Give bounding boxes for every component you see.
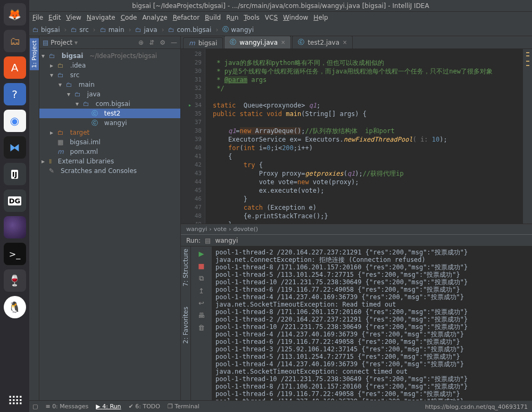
project-icon: ▤ <box>43 39 48 46</box>
tree-scr[interactable]: ✎ Scratches and Consoles <box>39 166 180 176</box>
bottom-tab-terminal[interactable]: ❐ Terminal <box>168 403 200 410</box>
crumb-bigsai[interactable]: 🗀bigsai <box>32 26 60 34</box>
launcher-software[interactable]: A <box>4 56 26 79</box>
launcher-help[interactable]: ? <box>4 83 26 105</box>
tree-ext[interactable]: ⫴ External Libraries <box>39 156 180 166</box>
tree-src[interactable]: 🗀 src <box>39 70 180 80</box>
run-toolbar: ▶ ■ ⧉ ↥ ↩ 🖶 🗑 <box>191 246 212 400</box>
tree-iml[interactable]: ▦ bigsai.iml <box>39 137 180 147</box>
menu-view[interactable]: View <box>66 14 81 21</box>
run-panel: Run: ▤ wangyi 7: Structure 2: Favorites … <box>181 234 532 400</box>
tab-bigsai[interactable]: mbigsai <box>183 37 223 48</box>
menu-help[interactable]: Help <box>313 14 328 21</box>
launcher-chrome[interactable]: ◉ <box>4 110 26 132</box>
clear-icon[interactable]: 🗑 <box>198 324 205 332</box>
launcher-eclipse[interactable] <box>4 216 26 238</box>
tree-pom[interactable]: m pom.xml <box>39 147 180 156</box>
layout-icon[interactable]: ⧉ <box>199 274 204 283</box>
collapse-all-icon[interactable]: ⇵ <box>149 39 154 46</box>
folder-icon: 🗀 <box>71 26 77 34</box>
launcher-apps-grid[interactable]: ⠿⠿ <box>4 390 26 412</box>
crumb-method[interactable]: dovote() <box>233 226 258 233</box>
window-title: bigsai [~/IdeaProjects/bigsai] - .../src… <box>29 0 532 12</box>
tab-structure[interactable]: 7: Structure <box>182 246 189 289</box>
launcher-datagrip[interactable]: DG <box>4 189 26 212</box>
launcher-intellij[interactable]: IJ <box>4 163 26 185</box>
launcher-firefox[interactable]: 🦊 <box>4 3 26 26</box>
code-content[interactable]: * java的多线程和python略有不同，但也可以改成相似的 * py是5个线… <box>205 49 522 224</box>
status-square-icon[interactable]: ▢ <box>32 403 38 410</box>
menu-tools[interactable]: Tools <box>244 14 260 21</box>
editor-marker-strip[interactable] <box>522 49 532 224</box>
console-output[interactable]: pool-1-thread-2 /220.164.227.237:21291 {… <box>212 246 532 400</box>
tree-main[interactable]: 🗀 main <box>39 80 180 89</box>
close-icon[interactable]: × <box>281 39 285 45</box>
menu-run[interactable]: Run <box>226 14 238 21</box>
crumb-file[interactable]: ⓒwangyi <box>222 25 254 34</box>
bottom-tab-todo[interactable]: ✔ 6: TODO <box>129 403 160 410</box>
menu-refactor[interactable]: Refactor <box>173 14 200 21</box>
gutter[interactable]: 282930313233▸343537383940414243444546474… <box>181 49 205 224</box>
class-icon: ⓒ <box>298 38 304 47</box>
launcher-qq[interactable]: 🐧 <box>4 296 26 318</box>
crumb-inner[interactable]: vote <box>214 226 227 233</box>
maven-icon: m <box>189 39 195 47</box>
crumb-src[interactable]: 🗀src <box>71 26 89 34</box>
settings-icon[interactable]: ⚙ <box>160 39 165 46</box>
menu-vcs[interactable]: VCS <box>265 14 278 21</box>
tree-pkg[interactable]: 🗀 com.bigsai <box>39 99 180 109</box>
tree-wangyi[interactable]: ⓒ wangyi <box>39 118 180 128</box>
stop-icon[interactable]: ■ <box>198 262 204 270</box>
tree-idea[interactable]: 🗀 .idea <box>39 61 180 70</box>
class-icon: ⓒ <box>230 38 236 47</box>
close-icon[interactable]: × <box>343 39 347 45</box>
rerun-icon[interactable]: ▶ <box>199 250 204 258</box>
class-icon: ⓒ <box>222 25 229 34</box>
folder-icon: 🗀 <box>135 26 142 34</box>
menu-code[interactable]: Code <box>121 14 137 21</box>
crumb-class[interactable]: wangyi <box>186 226 207 233</box>
tab-wangyi[interactable]: ⓒwangyi.java× <box>224 36 291 48</box>
menu-bar: File Edit View Navigate Code Analyze Ref… <box>29 12 532 23</box>
launcher-terminal[interactable]: >_ <box>4 243 26 265</box>
crumb-main[interactable]: 🗀main <box>100 26 124 34</box>
editor-tabs: mbigsai ⓒwangyi.java× ⓒtest2.java× <box>181 36 532 49</box>
watermark: https://blog.csdn.net/qq_40693171 <box>425 403 528 410</box>
left-tool-strip: 1: Project <box>29 36 39 400</box>
tree-test2[interactable]: ⓒ test2 <box>39 109 180 118</box>
tab-project[interactable]: 1: Project <box>30 38 39 70</box>
bottom-tab-run[interactable]: ▶ 4: Run <box>96 403 121 410</box>
menu-build[interactable]: Build <box>205 14 221 21</box>
tab-favorites[interactable]: 2: Favorites <box>182 304 189 346</box>
project-header: ▤ Project ▾ ⊕ ⇵ ⚙ — <box>39 36 180 49</box>
run-config-name[interactable]: wangyi <box>215 237 238 244</box>
launcher-vscode[interactable]: ⧓ <box>4 136 26 159</box>
launcher-files[interactable]: 🗂 <box>4 30 26 52</box>
soft-wrap-icon[interactable]: ↩ <box>198 299 204 307</box>
run-header: Run: ▤ wangyi <box>181 235 532 246</box>
crumb-pkg[interactable]: 🗀com.bigsai <box>168 26 211 34</box>
menu-window[interactable]: Window <box>283 14 308 21</box>
hide-panel-icon[interactable]: — <box>171 39 177 46</box>
breadcrumb: 🗀bigsai 🗀src 🗀main 🗀java 🗀com.bigsai ⓒwa… <box>29 23 532 36</box>
folder-icon: 🗀 <box>32 26 39 34</box>
up-icon[interactable]: ↥ <box>198 287 204 295</box>
print-icon[interactable]: 🖶 <box>198 311 205 319</box>
bottom-tab-messages[interactable]: ≡ 0: Messages <box>45 403 88 410</box>
scroll-to-source-icon[interactable]: ⊕ <box>138 39 144 46</box>
code-editor[interactable]: 282930313233▸343537383940414243444546474… <box>181 49 532 224</box>
menu-file[interactable]: File <box>32 14 43 21</box>
menu-navigate[interactable]: Navigate <box>87 14 115 21</box>
package-icon: 🗀 <box>168 26 174 34</box>
launcher-wine[interactable]: 🍷 <box>4 269 26 292</box>
tree-root[interactable]: 🗀 bigsai ~/IdeaProjects/bigsai <box>39 51 180 61</box>
tab-test2[interactable]: ⓒtest2.java× <box>292 36 353 48</box>
run-gutter-icon[interactable]: ▸ <box>188 101 192 110</box>
menu-edit[interactable]: Edit <box>48 14 61 21</box>
folder-icon: 🗀 <box>100 26 106 34</box>
menu-analyze[interactable]: Analyze <box>142 14 167 21</box>
tree-java[interactable]: 🗀 java <box>39 89 180 99</box>
crumb-java[interactable]: 🗀java <box>135 26 157 34</box>
project-tree[interactable]: 🗀 bigsai ~/IdeaProjects/bigsai 🗀 .idea 🗀… <box>39 49 180 178</box>
tree-target[interactable]: 🗀 target <box>39 128 180 137</box>
